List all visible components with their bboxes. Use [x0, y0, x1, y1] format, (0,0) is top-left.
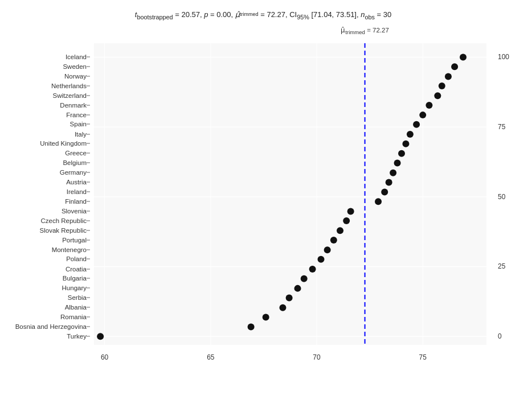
data-point [425, 102, 432, 109]
country-label: Ireland [67, 188, 87, 195]
data-point [413, 121, 420, 127]
data-point [286, 294, 293, 301]
data-point [375, 198, 382, 205]
data-point [309, 266, 316, 273]
country-label: Iceland [66, 53, 87, 60]
country-label: Norway [64, 73, 87, 80]
data-point [248, 323, 255, 330]
data-point [301, 275, 308, 282]
data-point [347, 208, 354, 215]
country-label: Montenegro [52, 246, 87, 253]
country-label: Slovak Republic [40, 227, 87, 234]
country-label: Bulgaria [63, 275, 87, 282]
data-point [324, 246, 331, 253]
data-point [330, 237, 337, 244]
y-tick-label: 25 [498, 262, 505, 270]
x-tick-label: 65 [207, 353, 214, 361]
y-tick-label: 100 [498, 53, 509, 61]
y-tick-label: 50 [498, 193, 505, 201]
country-label: Austria [66, 179, 87, 185]
country-label: Netherlands [51, 83, 87, 89]
data-point [318, 255, 325, 262]
country-label: Germany [60, 169, 87, 176]
country-label: Greece [65, 150, 87, 156]
country-label: Turkey [67, 333, 87, 340]
data-point [390, 169, 396, 176]
data-point [439, 83, 445, 89]
data-point [337, 227, 343, 234]
chart-subtitle: tbootstrapped = 20.57, p = 0.00, μ̂trimm… [6, 10, 521, 20]
country-label: Spain [70, 121, 87, 127]
country-label: Denmark [60, 102, 87, 109]
country-label: Croatia [66, 266, 87, 273]
data-point [402, 140, 409, 147]
data-point [343, 217, 350, 224]
data-point [394, 159, 401, 166]
subtitle-text: tbootstrapped = 20.57, p = 0.00, μ̂trimm… [135, 10, 391, 19]
data-point [451, 63, 458, 70]
chart-container: tbootstrapped = 20.57, p = 0.00, μ̂trimm… [0, 0, 532, 400]
country-label: United Kingdom [40, 140, 87, 147]
country-label: Switzerland [53, 92, 87, 99]
country-label: France [66, 112, 87, 118]
country-label: Belgium [63, 159, 87, 166]
mean-label: μ̂trimmed = 72.27 [341, 26, 388, 35]
plot-area: TurkeyBosnia and HerzegovinaRomaniaAlban… [94, 43, 486, 345]
country-label: Bosnia and Herzegovina [15, 323, 87, 330]
country-label: Sweden [63, 63, 87, 70]
data-point [398, 150, 405, 156]
country-label: Finland [65, 198, 87, 205]
country-label: Italy [75, 131, 87, 138]
country-label: Hungary [62, 284, 87, 291]
country-label: Poland [66, 255, 87, 262]
data-point [445, 73, 452, 80]
country-label: Slovenia [62, 208, 87, 215]
x-tick-label: 75 [419, 353, 427, 361]
data-point [263, 314, 269, 320]
country-label: Portugal [62, 237, 87, 244]
main-svg [94, 43, 486, 345]
y-tick-label: 75 [498, 123, 505, 131]
y-labels: TurkeyBosnia and HerzegovinaRomaniaAlban… [6, 43, 91, 345]
data-point [460, 53, 466, 60]
data-point [279, 304, 286, 311]
data-point [386, 179, 392, 185]
y-tick-label: 0 [498, 332, 502, 340]
data-point [294, 284, 301, 291]
x-tick-label: 70 [313, 353, 320, 361]
data-point [419, 112, 426, 118]
data-point [434, 92, 441, 99]
country-label: Czech Republic [40, 217, 87, 224]
country-label: Serbia [68, 294, 87, 301]
data-point [97, 333, 104, 340]
x-tick-label: 60 [101, 353, 108, 361]
country-label: Romania [60, 314, 87, 320]
data-point [407, 131, 414, 138]
data-point [381, 188, 388, 195]
country-label: Albania [65, 304, 87, 311]
